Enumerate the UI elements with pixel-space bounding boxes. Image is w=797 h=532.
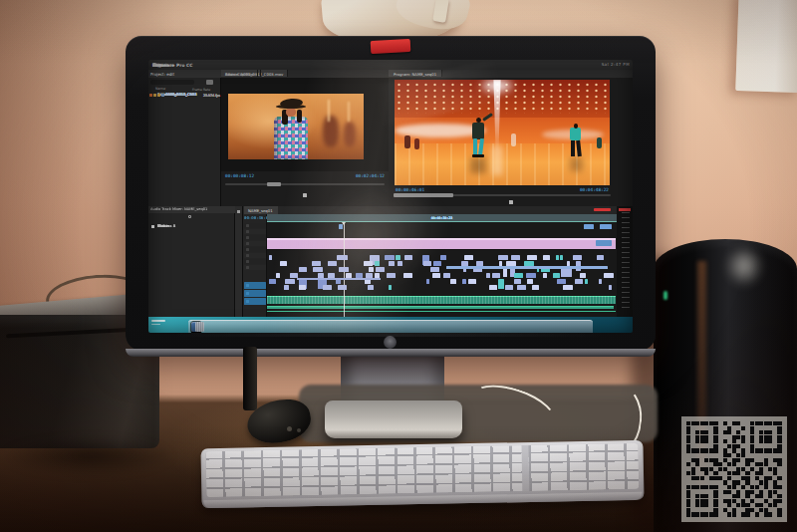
qr-module: [732, 494, 736, 498]
qr-module: [700, 503, 704, 507]
qr-module: [704, 503, 708, 507]
qr-module: [741, 453, 745, 457]
qr-module: [759, 490, 763, 494]
qr-module: [745, 471, 749, 475]
qr-module: [713, 476, 717, 480]
qr-module: [755, 421, 759, 425]
qr-module: [745, 512, 749, 516]
qr-module: [777, 448, 781, 452]
qr-module: [713, 435, 717, 439]
qr-module: [773, 471, 777, 475]
apple-keyboard: [200, 440, 644, 509]
qr-module: [741, 499, 745, 503]
qr-module: [727, 430, 731, 434]
qr-module: [736, 430, 740, 434]
qr-module: [732, 499, 736, 503]
qr-module: [686, 435, 690, 439]
qr-module: [709, 476, 713, 480]
qr-module: [741, 426, 745, 430]
qr-module: [732, 458, 736, 462]
qr-module: [713, 462, 717, 466]
qr-module: [695, 485, 699, 489]
qr-module: [700, 467, 704, 471]
qr-module: [695, 435, 699, 439]
qr-module: [745, 494, 749, 498]
qr-module: [759, 448, 763, 452]
qr-module: [691, 448, 695, 452]
qr-module: [768, 439, 772, 443]
qr-module: [686, 494, 690, 498]
qr-module: [745, 490, 749, 494]
qr-module: [777, 444, 781, 448]
qr-module: [764, 430, 768, 434]
qr-module: [777, 508, 781, 512]
qr-module: [745, 476, 749, 480]
qr-module: [741, 467, 745, 471]
qr-module: [704, 485, 708, 489]
display-screen: Premiere Pro CCFileEditClipSequenceMarke…: [148, 60, 633, 333]
qr-module: [723, 508, 727, 512]
qr-module: [723, 439, 727, 443]
qr-module: [718, 467, 722, 471]
qr-module: [759, 435, 763, 439]
qr-module: [741, 476, 745, 480]
qr-modules: [686, 421, 782, 517]
qr-module: [741, 439, 745, 443]
qr-module: [750, 490, 754, 494]
qr-module: [759, 439, 763, 443]
qr-module: [736, 458, 740, 462]
qr-module: [736, 490, 740, 494]
qr-module: [759, 471, 763, 475]
qr-module: [764, 485, 768, 489]
qr-module: [704, 421, 708, 425]
qr-module: [750, 444, 754, 448]
stand-pole: [243, 347, 257, 410]
qr-module: [686, 508, 690, 512]
qr-module: [700, 430, 704, 434]
qr-module: [777, 430, 781, 434]
qr-module: [691, 512, 695, 516]
qr-module: [750, 430, 754, 434]
qr-module: [755, 494, 759, 498]
qr-module: [768, 512, 772, 516]
mouse-button-detail: [297, 428, 301, 432]
qr-module: [709, 458, 713, 462]
qr-module: [686, 499, 690, 503]
qr-module: [755, 462, 759, 466]
qr-module: [745, 462, 749, 466]
qr-module: [764, 435, 768, 439]
qr-module: [773, 458, 777, 462]
qr-module: [750, 435, 754, 439]
qr-module: [777, 435, 781, 439]
qr-module: [773, 448, 777, 452]
qr-module: [704, 494, 708, 498]
qr-module: [773, 503, 777, 507]
keyboard-numpad-gap: [521, 445, 529, 491]
screen-vignette: [148, 60, 633, 333]
qr-module: [768, 421, 772, 425]
qr-module: [713, 508, 717, 512]
qr-module: [773, 485, 777, 489]
qr-module: [713, 499, 717, 503]
qr-module: [736, 480, 740, 484]
qr-module: [709, 467, 713, 471]
qr-module: [764, 439, 768, 443]
qr-module: [695, 448, 699, 452]
qr-module: [723, 490, 727, 494]
qr-module: [695, 439, 699, 443]
qr-module: [750, 508, 754, 512]
qr-module: [768, 448, 772, 452]
qr-module: [727, 453, 731, 457]
qr-module: [713, 485, 717, 489]
qr-module: [759, 480, 763, 484]
qr-module: [686, 503, 690, 507]
qr-module: [713, 503, 717, 507]
qr-module: [704, 471, 708, 475]
qr-module: [709, 448, 713, 452]
qr-module: [691, 471, 695, 475]
qr-module: [713, 421, 717, 425]
red-sticker: [371, 39, 411, 54]
qr-module: [718, 462, 722, 466]
apple-logo: [384, 336, 397, 349]
qr-module: [686, 430, 690, 434]
